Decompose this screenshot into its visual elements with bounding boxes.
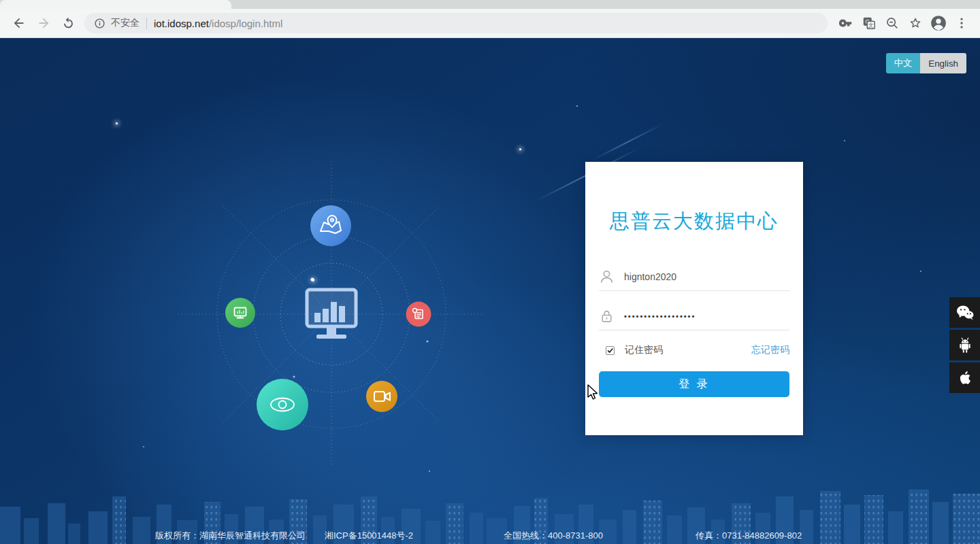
security-label: 不安全: [111, 17, 140, 29]
orbit-graphic: [154, 137, 508, 498]
camera-bubble: [366, 381, 397, 412]
star: [116, 122, 118, 124]
android-icon: [956, 336, 975, 355]
remember-checkbox[interactable]: [606, 346, 615, 355]
forward-arrow-icon: [36, 16, 51, 31]
city-skyline: [0, 486, 980, 544]
language-toggle: 中文 English: [886, 53, 966, 73]
browser-menu-button[interactable]: [950, 12, 973, 35]
zoom-out-button[interactable]: [881, 12, 904, 35]
svg-text:文: 文: [868, 22, 874, 29]
username-input[interactable]: [624, 271, 789, 282]
wechat-icon: [955, 303, 975, 323]
avatar-icon: [930, 14, 947, 32]
login-panel: 思普云大数据中心 记住密码 忘记密码 登 录: [585, 162, 803, 435]
zoom-out-icon: [885, 16, 900, 31]
login-title: 思普云大数据中心: [585, 208, 803, 235]
checkmark-icon: [606, 346, 614, 354]
star: [576, 105, 578, 107]
browser-tab[interactable]: [0, 0, 231, 9]
star: [844, 140, 845, 141]
login-button[interactable]: 登 录: [599, 371, 789, 397]
bookmark-star-button[interactable]: [904, 12, 927, 35]
back-button[interactable]: [7, 11, 31, 35]
back-arrow-icon: [12, 16, 27, 31]
profile-avatar-button[interactable]: [927, 12, 950, 35]
reload-icon: [61, 16, 76, 31]
reload-button[interactable]: [56, 11, 80, 35]
browser-chrome: 不安全 iot.idosp.net/idosp/login.html G文: [0, 0, 980, 38]
star-icon: [908, 16, 923, 31]
info-icon: [94, 18, 105, 29]
user-icon: [599, 269, 615, 284]
address-bar[interactable]: 不安全 iot.idosp.net/idosp/login.html: [84, 13, 828, 33]
apple-icon: [956, 369, 975, 388]
login-page: 中文 English 思普云大数据中心 记住密码 忘记密码 登 录: [0, 38, 980, 544]
browser-toolbar: 不安全 iot.idosp.net/idosp/login.html G文: [0, 9, 980, 38]
username-field-row: [599, 262, 789, 291]
footer-hotline: 全国热线：400-8731-800: [504, 530, 603, 542]
translate-button[interactable]: G文: [858, 12, 881, 35]
light-streak: [591, 123, 664, 161]
url-path: /idosp/login.html: [209, 18, 282, 29]
copyright-text: 版权所有：湖南华辰智通科技有限公司: [155, 530, 306, 541]
password-key-button[interactable]: [834, 12, 858, 35]
star: [920, 271, 921, 272]
android-button[interactable]: [949, 330, 980, 360]
footer-fax: 传真：0731-84882609-802: [696, 530, 802, 542]
forward-button[interactable]: [31, 11, 56, 35]
report-bubble: [406, 302, 431, 327]
tab-strip: [0, 0, 980, 9]
key-icon: [838, 16, 853, 31]
icp-text: 湘ICP备15001448号-2: [325, 530, 413, 541]
social-rail: [949, 297, 980, 395]
language-chinese-button[interactable]: 中文: [886, 53, 921, 73]
password-field-row: [599, 302, 789, 330]
eye-bubble: [257, 379, 308, 430]
translate-icon: G文: [862, 16, 877, 31]
url-text: iot.idosp.net/idosp/login.html: [154, 18, 282, 29]
wechat-button[interactable]: [949, 297, 980, 328]
remember-password-label: 记住密码: [625, 344, 663, 356]
password-input[interactable]: [624, 312, 789, 320]
menu-dots-icon: [954, 16, 969, 31]
lock-icon: [599, 308, 615, 324]
forgot-password-link[interactable]: 忘记密码: [751, 344, 789, 356]
star: [143, 446, 144, 447]
language-english-button[interactable]: English: [920, 53, 966, 73]
apple-button[interactable]: [949, 362, 980, 393]
footer-copyright: 版权所有：湖南华辰智通科技有限公司湘ICP备15001448号-2: [155, 530, 413, 542]
url-host: iot.idosp.net: [154, 18, 209, 29]
map-pin-bubble: [310, 205, 351, 246]
mouse-cursor: [587, 384, 602, 402]
star: [519, 148, 521, 150]
remember-row: 记住密码 忘记密码: [599, 343, 789, 358]
omnibox-divider: [146, 18, 147, 29]
screen-bubble: [225, 298, 255, 328]
